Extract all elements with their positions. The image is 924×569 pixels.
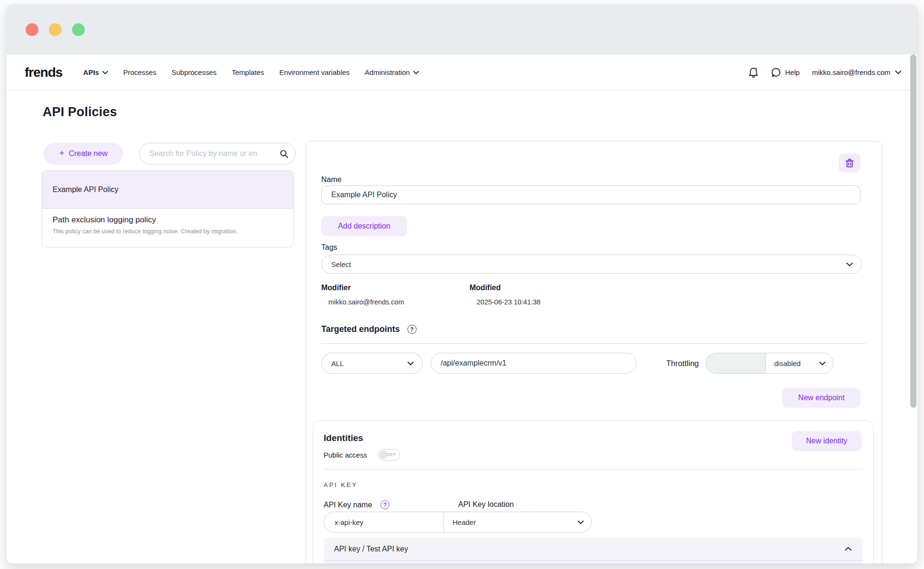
modifier-value: mikko.sairo@frends.com [321, 298, 404, 306]
nav-item-templates[interactable]: Templates [232, 68, 264, 76]
vertical-scrollbar[interactable] [910, 55, 916, 408]
api-key-name-label: API Key name ? [324, 500, 390, 509]
app-window: frends APIs Processes Subprocesses Templ… [7, 5, 917, 563]
user-email: mikko.sairo@frends.com [812, 68, 890, 76]
endpoint-method-select[interactable]: ALL [321, 353, 423, 374]
identities-card: Identities New identity Public access OF… [313, 420, 874, 563]
page-title: API Policies [43, 105, 117, 119]
tags-select[interactable]: Select [321, 255, 862, 274]
modified-value: 2025-06-23 10:41:38 [470, 298, 541, 306]
policy-search-input[interactable] [149, 149, 280, 158]
delete-policy-button[interactable] [839, 154, 861, 173]
throttling-control: disabled [706, 353, 833, 374]
toggle-knob [379, 450, 388, 459]
policy-list-item[interactable]: Path exclusion logging policy This polic… [42, 209, 293, 247]
chevron-down-icon [895, 70, 901, 74]
new-identity-button[interactable]: New identity [792, 431, 861, 451]
nav-item-administration[interactable]: Administration [365, 68, 419, 76]
policy-list-item[interactable]: Example API Policy [42, 171, 293, 209]
throttling-mode-select[interactable]: disabled [766, 353, 833, 373]
page-content: API Policies + Create new Example API Po… [7, 91, 917, 563]
chevron-down-icon [102, 71, 108, 74]
identities-divider [324, 469, 863, 469]
trash-icon [845, 158, 854, 168]
chat-bubble-icon [771, 67, 781, 78]
search-icon[interactable] [280, 149, 289, 158]
throttling-value-input[interactable] [706, 353, 766, 373]
public-access-row: Public access OFF [324, 449, 400, 460]
nav-item-processes[interactable]: Processes [123, 68, 156, 76]
chevron-down-icon [819, 361, 825, 366]
api-key-collapsible-header[interactable]: API key / Test API key [324, 537, 863, 561]
endpoint-path-input[interactable] [431, 353, 636, 374]
modifier-field: Modifier mikko.sairo@frends.com [321, 284, 404, 306]
api-key-name-input[interactable] [324, 518, 444, 526]
minimize-window-button[interactable] [49, 23, 62, 36]
modifier-label: Modifier [321, 284, 404, 292]
create-new-policy-button[interactable]: + Create new [44, 143, 123, 165]
api-key-section-label: API KEY [324, 481, 358, 488]
api-key-collapsible-title: API key / Test API key [334, 545, 845, 553]
help-link[interactable]: Help [771, 67, 800, 78]
nav-item-environment-variables[interactable]: Environment variables [279, 68, 349, 76]
new-endpoint-button[interactable]: New endpoint [782, 388, 861, 408]
window-titlebar [7, 5, 917, 55]
throttling-label: Throttling [666, 359, 699, 368]
policy-name-input[interactable] [321, 185, 861, 204]
endpoint-row: ALL Throttling disabled [321, 353, 861, 374]
public-access-toggle[interactable]: OFF [378, 449, 400, 460]
zoom-window-button[interactable] [72, 23, 85, 36]
add-description-button[interactable]: Add description [321, 216, 407, 236]
policy-detail-card: Name Add description Tags Select Modifie… [306, 141, 882, 563]
plus-icon: + [59, 148, 64, 158]
chevron-down-icon [578, 520, 584, 524]
close-window-button[interactable] [26, 23, 38, 36]
api-key-location-select[interactable]: Header [444, 512, 591, 532]
chevron-down-icon [413, 71, 419, 74]
modified-label: Modified [470, 284, 541, 292]
nav-right-cluster: Help mikko.sairo@frends.com [748, 67, 901, 78]
chevron-down-icon [408, 361, 414, 366]
toggle-state-label: OFF [387, 452, 396, 457]
targeted-endpoints-heading: Targeted endpoints ? [321, 324, 417, 334]
identities-heading: Identities [324, 433, 363, 443]
frends-logo[interactable]: frends [25, 65, 63, 80]
notifications-bell-icon[interactable] [748, 67, 759, 78]
nav-item-subprocesses[interactable]: Subprocesses [172, 68, 217, 76]
api-key-collapsible-panel: API key / Test API key [324, 537, 863, 563]
policy-list: Example API Policy Path exclusion loggin… [42, 170, 294, 248]
tags-label: Tags [321, 243, 337, 252]
section-divider [321, 343, 866, 344]
top-navbar: frends APIs Processes Subprocesses Templ… [7, 55, 917, 91]
help-icon[interactable]: ? [380, 500, 390, 509]
nav-item-apis[interactable]: APIs [83, 68, 108, 76]
name-label: Name [321, 175, 342, 184]
api-key-config-group: Header [324, 512, 592, 532]
modified-field: Modified 2025-06-23 10:41:38 [470, 284, 541, 306]
user-menu[interactable]: mikko.sairo@frends.com [812, 68, 901, 76]
nav-menu: APIs Processes Subprocesses Templates En… [83, 68, 419, 76]
help-icon[interactable]: ? [408, 325, 417, 334]
chevron-up-icon [845, 547, 852, 551]
api-key-location-label: API Key location [458, 500, 514, 509]
chevron-down-icon [846, 262, 853, 266]
policy-search [139, 143, 296, 165]
public-access-label: Public access [324, 451, 367, 459]
